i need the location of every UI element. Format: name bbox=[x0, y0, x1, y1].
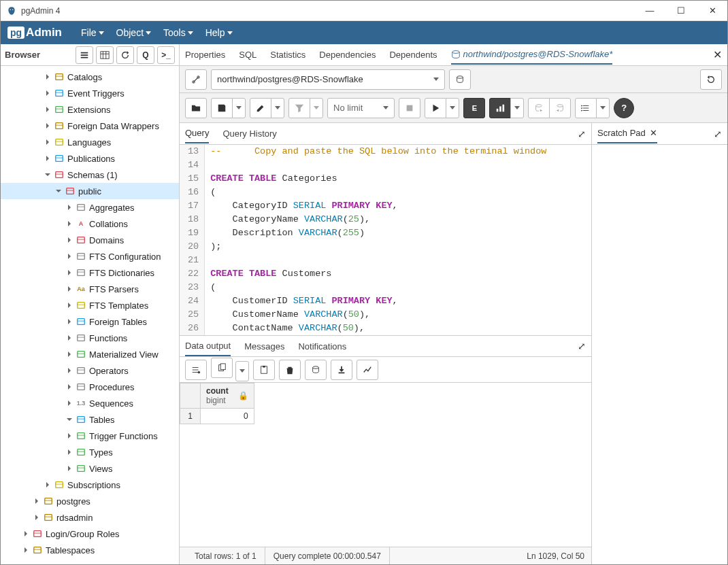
edit-button[interactable] bbox=[250, 98, 271, 118]
tree-item[interactable]: ACollations bbox=[1, 216, 179, 232]
maximize-button[interactable]: ☐ bbox=[672, 4, 691, 18]
menu-tools[interactable]: Tools bbox=[163, 27, 193, 38]
tree-item[interactable]: Event Triggers bbox=[1, 85, 179, 101]
tree-item[interactable]: Catalogs bbox=[1, 69, 179, 85]
tree-item[interactable]: rdsadmin bbox=[1, 509, 179, 526]
chevron-right-icon[interactable] bbox=[66, 302, 73, 309]
chevron-right-icon[interactable] bbox=[66, 449, 73, 456]
tab-scratch-pad[interactable]: Scratch Pad ✕ bbox=[597, 124, 657, 143]
chevron-right-icon[interactable] bbox=[44, 73, 51, 80]
chevron-right-icon[interactable] bbox=[66, 318, 73, 325]
graph-button[interactable] bbox=[357, 360, 378, 380]
expand-output-icon[interactable]: ⤢ bbox=[578, 341, 586, 352]
chevron-right-icon[interactable] bbox=[66, 286, 73, 292]
connection-select[interactable]: northwind/postgres@RDS-Snowflake bbox=[211, 69, 445, 90]
tree-item[interactable]: Extensions bbox=[1, 101, 179, 118]
execute-dropdown[interactable] bbox=[446, 98, 459, 118]
menu-help[interactable]: Help bbox=[205, 27, 233, 38]
chevron-right-icon[interactable] bbox=[66, 432, 73, 439]
browser-tool-1[interactable] bbox=[76, 46, 93, 64]
menu-file[interactable]: File bbox=[81, 27, 104, 38]
chevron-right-icon[interactable] bbox=[66, 253, 73, 260]
tree-item[interactable]: public bbox=[1, 183, 179, 199]
browser-search-button[interactable]: Q bbox=[137, 46, 154, 64]
tab-dependents[interactable]: Dependents bbox=[389, 46, 437, 64]
chevron-right-icon[interactable] bbox=[66, 269, 73, 276]
tree-item[interactable]: Domains bbox=[1, 232, 179, 248]
object-tree[interactable]: CatalogsEvent TriggersExtensionsForeign … bbox=[1, 66, 179, 564]
tab-query-tool[interactable]: northwind/postgres@RDS-Snowflake* bbox=[451, 45, 613, 65]
open-file-button[interactable] bbox=[185, 98, 207, 118]
expand-scratch-icon[interactable]: ⤢ bbox=[714, 129, 722, 139]
edit-dropdown[interactable] bbox=[271, 98, 284, 118]
commit-button[interactable] bbox=[528, 98, 550, 118]
save-dropdown[interactable] bbox=[232, 98, 246, 118]
tree-item[interactable]: Procedures bbox=[1, 379, 179, 395]
reset-layout-button[interactable] bbox=[700, 69, 722, 90]
save-data-button[interactable] bbox=[305, 360, 327, 380]
chevron-right-icon[interactable] bbox=[66, 204, 73, 211]
tree-item[interactable]: Materialized View bbox=[1, 346, 179, 362]
menu-object[interactable]: Object bbox=[116, 27, 151, 38]
tree-item[interactable]: Tablespaces bbox=[1, 542, 179, 558]
tree-item[interactable]: Aggregates bbox=[1, 199, 179, 216]
filter-dropdown[interactable] bbox=[310, 98, 323, 118]
limit-select[interactable]: No limit bbox=[327, 98, 395, 118]
tree-item[interactable]: Publications bbox=[1, 150, 179, 167]
code-editor[interactable]: 1314151617181920212223242526 -- Copy and… bbox=[180, 145, 591, 335]
tree-item[interactable]: Subscriptions bbox=[1, 477, 179, 493]
macros-button[interactable] bbox=[575, 98, 597, 118]
tab-close-icon[interactable]: ✕ bbox=[713, 48, 722, 61]
tab-sql[interactable]: SQL bbox=[239, 46, 257, 64]
tab-properties[interactable]: Properties bbox=[185, 46, 225, 64]
browser-tool-refresh[interactable] bbox=[116, 46, 134, 64]
tree-item[interactable]: Trigger Functions bbox=[1, 428, 179, 444]
chevron-right-icon[interactable] bbox=[44, 122, 51, 129]
chevron-right-icon[interactable] bbox=[44, 155, 51, 162]
close-icon[interactable]: ✕ bbox=[650, 128, 657, 138]
tree-item[interactable]: FTS Configuration bbox=[1, 248, 179, 264]
chevron-right-icon[interactable] bbox=[66, 400, 73, 407]
chevron-right-icon[interactable] bbox=[33, 514, 40, 521]
tree-item[interactable]: FTS Dictionaries bbox=[1, 264, 179, 281]
help-button[interactable]: ? bbox=[614, 98, 634, 118]
save-button[interactable] bbox=[211, 98, 233, 118]
expand-editor-icon[interactable]: ⤢ bbox=[578, 129, 586, 139]
tree-item[interactable]: Functions bbox=[1, 330, 179, 346]
close-button[interactable]: ✕ bbox=[703, 4, 722, 18]
table-row[interactable]: 1 0 bbox=[180, 409, 254, 424]
tree-item[interactable]: Views bbox=[1, 460, 179, 477]
browser-tool-2[interactable] bbox=[96, 46, 114, 64]
explain-analyze-button[interactable] bbox=[489, 98, 511, 118]
download-button[interactable] bbox=[331, 360, 352, 380]
chevron-down-icon[interactable] bbox=[55, 188, 62, 194]
tree-item[interactable]: Schemas (1) bbox=[1, 167, 179, 183]
chevron-right-icon[interactable] bbox=[66, 383, 73, 390]
execute-button[interactable] bbox=[425, 98, 446, 118]
chevron-right-icon[interactable] bbox=[66, 367, 73, 374]
chevron-right-icon[interactable] bbox=[22, 530, 29, 537]
chevron-right-icon[interactable] bbox=[44, 106, 51, 113]
chevron-right-icon[interactable] bbox=[66, 237, 73, 243]
column-header[interactable]: count bigint 🔒 bbox=[201, 383, 254, 409]
tree-item[interactable]: 1.3Sequences bbox=[1, 395, 179, 411]
explain-analyze-dropdown[interactable] bbox=[510, 98, 524, 118]
minimize-button[interactable]: ― bbox=[640, 4, 659, 18]
paste-button[interactable] bbox=[253, 360, 275, 380]
tree-item[interactable]: Operators bbox=[1, 362, 179, 379]
chevron-right-icon[interactable] bbox=[66, 335, 73, 341]
tree-item[interactable]: Types bbox=[1, 444, 179, 460]
tab-query-history[interactable]: Query History bbox=[222, 124, 276, 143]
copy-dropdown[interactable] bbox=[235, 361, 249, 381]
chevron-right-icon[interactable] bbox=[44, 90, 51, 97]
tree-item[interactable]: Languages bbox=[1, 134, 179, 150]
tab-statistics[interactable]: Statistics bbox=[270, 46, 305, 64]
tree-item[interactable]: AaFTS Parsers bbox=[1, 281, 179, 297]
tab-messages[interactable]: Messages bbox=[244, 337, 284, 356]
browser-terminal-button[interactable]: >_ bbox=[157, 46, 175, 64]
tab-data-output[interactable]: Data output bbox=[185, 337, 231, 356]
tab-query[interactable]: Query bbox=[185, 124, 209, 143]
filter-button[interactable] bbox=[288, 98, 310, 118]
tree-item[interactable]: Foreign Data Wrappers bbox=[1, 118, 179, 134]
tree-item[interactable]: postgres bbox=[1, 493, 179, 509]
